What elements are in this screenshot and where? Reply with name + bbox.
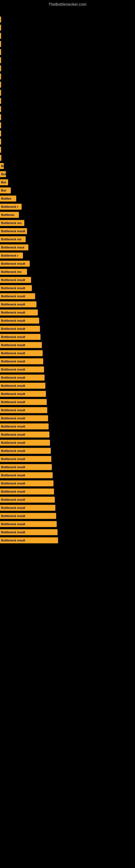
bar-row: Bo [0, 162, 135, 170]
bar: Bottleneck result [0, 285, 32, 291]
bar-label: Bottleneck result [1, 531, 25, 534]
bar-row: Bottleneck result [0, 423, 135, 430]
bar [0, 138, 1, 145]
bar-label: Bottleneck result [1, 311, 25, 314]
bar-row: Bottleneck result [0, 455, 135, 463]
bar: Bottleneck result [0, 464, 52, 470]
bar-row [0, 73, 135, 80]
bar-label: Bottleneck result [1, 262, 25, 265]
bar: Bot [0, 179, 8, 185]
bar-row: Bottleneck result [0, 431, 135, 438]
bar: Bottleneck result [0, 277, 31, 283]
bar: Bottleneck result [0, 489, 54, 495]
bar-row: Bottleneck result [0, 504, 135, 512]
bar-label: Bottleneck result [1, 384, 25, 388]
bar-row: Bottleneck result [0, 227, 135, 235]
bar-label: Bottleneck result [1, 490, 25, 493]
bar-row [0, 105, 135, 113]
bar-row: Bottleneck result [0, 260, 135, 268]
bar: Bottleneck result [0, 367, 44, 372]
bar [0, 65, 1, 71]
bar: Bottleneck result [0, 350, 43, 356]
bar-label: Bottleneck result [1, 319, 25, 322]
bar-row: Bottleneck result [0, 374, 135, 381]
bar-row: Bottleneck result [0, 528, 135, 536]
bar: Bottleneck result [0, 472, 53, 478]
bar-row: Bottleneck result [0, 479, 135, 487]
bar-label: Bottleneck result [1, 294, 25, 298]
bar-label: Bot [1, 181, 6, 184]
bar-label: Bottleneck result [1, 474, 25, 477]
bar-row: Bottleneck result [0, 488, 135, 495]
bar-label: Bottleneck result [1, 351, 25, 355]
bar-label: Bottleneck result [1, 408, 25, 412]
bar-row: Bottleneck result [0, 390, 135, 398]
bar-row [0, 16, 135, 23]
bar-row [0, 24, 135, 31]
bar: Bot [0, 187, 11, 193]
bar-row: Bot [0, 179, 135, 186]
bar: Bottleneck result [0, 383, 45, 389]
bar: Bottleneck result [0, 448, 51, 454]
bar-row [0, 56, 135, 64]
bar: Bottleneck result [0, 293, 35, 299]
bar-row: Bottleneck result [0, 358, 135, 365]
bar [0, 114, 1, 120]
bar: Bottleneck result [0, 456, 51, 462]
bar [0, 106, 1, 112]
bar-label: Bottlen [1, 197, 11, 200]
bar-row: Bottleneck result [0, 414, 135, 422]
bar: Bottleneck result [0, 228, 27, 234]
bar: Bottleneck res [0, 220, 24, 226]
bar: Bottleneck r [0, 252, 23, 258]
bar-row: Bottleneck result [0, 349, 135, 357]
bar-label: Bottleneck resul [1, 246, 24, 249]
bar-row: Bottleneck result [0, 463, 135, 471]
bar-label: Bottleneck result [1, 335, 25, 339]
bar-row [0, 97, 135, 105]
bar-row: Bottleneck result [0, 333, 135, 341]
bar: Bottlen [0, 195, 16, 202]
bar-row: Bottleneck result [0, 536, 135, 544]
bar-label: Bottleneck result [1, 416, 25, 420]
bar-row: B [0, 154, 135, 162]
bar [0, 57, 1, 63]
bar-row: Bottleneck result [0, 447, 135, 455]
bar-row [0, 65, 135, 72]
bar [0, 90, 1, 96]
bar-row: Bottleneck result [0, 398, 135, 406]
bar-row: Bottleneck result [0, 439, 135, 446]
bar-label: Bottleneck result [1, 286, 25, 290]
bar-row: Bottleneck result [0, 406, 135, 414]
bar: Bo [0, 163, 4, 169]
bar-label: Bottleneck result [1, 343, 25, 347]
bar-label: Bot [1, 173, 6, 176]
bar-label: Bottleneck result [1, 457, 25, 461]
bar-row [0, 48, 135, 56]
bar-label: Bottleneck r [1, 205, 18, 208]
bar [0, 147, 1, 153]
bar-label: Bottleneck result [1, 229, 25, 233]
bar-row: Bottleneck resul [0, 244, 135, 251]
bar [0, 49, 1, 55]
bar-label: Bottleneck result [1, 539, 25, 542]
bar-label: Bottleneck result [1, 449, 25, 453]
bar-label: Bottleneck result [1, 360, 25, 363]
bar: Bottleneck result [0, 391, 46, 397]
bar-row: Bottleneck result [0, 520, 135, 528]
bar-label: Bottleneck result [1, 376, 25, 379]
bar: Bottleneck result [0, 432, 49, 437]
bars-container: BBoBotBotBotBottlenBottleneck rBottlenec… [0, 13, 135, 547]
bar-row [0, 113, 135, 121]
site-title: TheBottlenecker.com [0, 0, 135, 8]
bar: Bottleneck result [0, 301, 37, 307]
bar-row [0, 89, 135, 97]
bar: Bottleneck result [0, 529, 57, 535]
bar-row: Bottleneck result [0, 284, 135, 292]
bar: Bottleneck result [0, 326, 40, 332]
bar [0, 33, 1, 39]
bar-label: Bottleneck res [1, 270, 21, 273]
bar-label: Bottleneck result [1, 400, 25, 404]
bar-row: Bottleneck result [0, 496, 135, 503]
bar-label: Bottleneck result [1, 278, 25, 282]
